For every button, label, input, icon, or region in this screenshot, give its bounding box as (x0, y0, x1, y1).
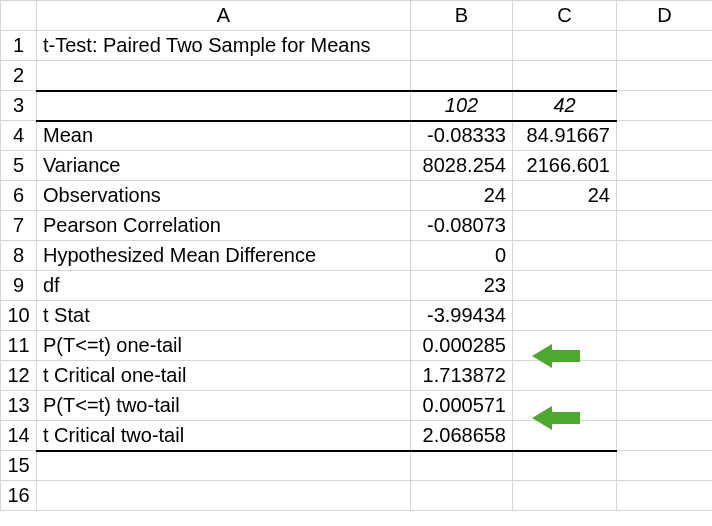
column-header-row: A B C D (1, 1, 713, 31)
select-all-corner[interactable] (1, 1, 37, 31)
col-header-A[interactable]: A (37, 1, 411, 31)
cell-A16[interactable] (37, 481, 411, 511)
cell-A1[interactable]: t-Test: Paired Two Sample for Means (37, 31, 411, 61)
title-text: t-Test: Paired Two Sample for Means (37, 31, 410, 60)
cell-B5[interactable]: 8028.254 (411, 151, 513, 181)
cell-C16[interactable] (513, 481, 617, 511)
cell-D9[interactable] (617, 271, 713, 301)
cell-C6[interactable]: 24 (513, 181, 617, 211)
cell-D1[interactable] (617, 31, 713, 61)
row-header-14[interactable]: 14 (1, 421, 37, 451)
spreadsheet: A B C D 1 t-Test: Paired Two Sample for … (0, 0, 712, 526)
cell-A13[interactable]: P(T<=t) two-tail (37, 391, 411, 421)
cell-D13[interactable] (617, 391, 713, 421)
cell-C5[interactable]: 2166.601 (513, 151, 617, 181)
cell-B9[interactable]: 23 (411, 271, 513, 301)
cell-C7[interactable] (513, 211, 617, 241)
cell-B11[interactable]: 0.000285 (411, 331, 513, 361)
row-header-2[interactable]: 2 (1, 61, 37, 91)
cell-A3[interactable] (37, 91, 411, 121)
cell-B12[interactable]: 1.713872 (411, 361, 513, 391)
cell-A4[interactable]: Mean (37, 121, 411, 151)
cell-C10[interactable] (513, 301, 617, 331)
cell-A5[interactable]: Variance (37, 151, 411, 181)
cell-B14[interactable]: 2.068658 (411, 421, 513, 451)
row-header-10[interactable]: 10 (1, 301, 37, 331)
row-header-5[interactable]: 5 (1, 151, 37, 181)
cell-B15[interactable] (411, 451, 513, 481)
cell-B4[interactable]: -0.08333 (411, 121, 513, 151)
cell-B1[interactable] (411, 31, 513, 61)
cell-D15[interactable] (617, 451, 713, 481)
cell-A8[interactable]: Hypothesized Mean Difference (37, 241, 411, 271)
row-header-15[interactable]: 15 (1, 451, 37, 481)
cell-D4[interactable] (617, 121, 713, 151)
cell-C2[interactable] (513, 61, 617, 91)
cell-D16[interactable] (617, 481, 713, 511)
row-header-13[interactable]: 13 (1, 391, 37, 421)
row-header-12[interactable]: 12 (1, 361, 37, 391)
cell-C8[interactable] (513, 241, 617, 271)
cell-C15[interactable] (513, 451, 617, 481)
cell-D10[interactable] (617, 301, 713, 331)
cell-A15[interactable] (37, 451, 411, 481)
cell-C12[interactable] (513, 361, 617, 391)
cell-C1[interactable] (513, 31, 617, 61)
cell-A12[interactable]: t Critical one-tail (37, 361, 411, 391)
cell-B3[interactable]: 102 (411, 91, 513, 121)
cell-D14[interactable] (617, 421, 713, 451)
cell-D11[interactable] (617, 331, 713, 361)
cell-D3[interactable] (617, 91, 713, 121)
cell-B2[interactable] (411, 61, 513, 91)
cell-A14[interactable]: t Critical two-tail (37, 421, 411, 451)
cell-C9[interactable] (513, 271, 617, 301)
row-header-9[interactable]: 9 (1, 271, 37, 301)
cell-A6[interactable]: Observations (37, 181, 411, 211)
cell-A7[interactable]: Pearson Correlation (37, 211, 411, 241)
cell-D8[interactable] (617, 241, 713, 271)
cell-A2[interactable] (37, 61, 411, 91)
cell-C13[interactable] (513, 391, 617, 421)
row-header-7[interactable]: 7 (1, 211, 37, 241)
cell-C4[interactable]: 84.91667 (513, 121, 617, 151)
cell-C14[interactable] (513, 421, 617, 451)
cell-B6[interactable]: 24 (411, 181, 513, 211)
row-header-4[interactable]: 4 (1, 121, 37, 151)
col-header-D[interactable]: D (617, 1, 713, 31)
row-header-16[interactable]: 16 (1, 481, 37, 511)
cell-C11[interactable] (513, 331, 617, 361)
cell-B10[interactable]: -3.99434 (411, 301, 513, 331)
grid[interactable]: A B C D 1 t-Test: Paired Two Sample for … (0, 0, 712, 511)
cell-D2[interactable] (617, 61, 713, 91)
cell-B8[interactable]: 0 (411, 241, 513, 271)
cell-D6[interactable] (617, 181, 713, 211)
cell-A9[interactable]: df (37, 271, 411, 301)
row-header-1[interactable]: 1 (1, 31, 37, 61)
cell-A10[interactable]: t Stat (37, 301, 411, 331)
row-header-8[interactable]: 8 (1, 241, 37, 271)
row-header-11[interactable]: 11 (1, 331, 37, 361)
col-header-B[interactable]: B (411, 1, 513, 31)
cell-D12[interactable] (617, 361, 713, 391)
cell-B7[interactable]: -0.08073 (411, 211, 513, 241)
cell-D7[interactable] (617, 211, 713, 241)
cell-D5[interactable] (617, 151, 713, 181)
row-header-6[interactable]: 6 (1, 181, 37, 211)
cell-A11[interactable]: P(T<=t) one-tail (37, 331, 411, 361)
col-header-C[interactable]: C (513, 1, 617, 31)
row-header-3[interactable]: 3 (1, 91, 37, 121)
cell-B16[interactable] (411, 481, 513, 511)
cell-B13[interactable]: 0.000571 (411, 391, 513, 421)
cell-C3[interactable]: 42 (513, 91, 617, 121)
